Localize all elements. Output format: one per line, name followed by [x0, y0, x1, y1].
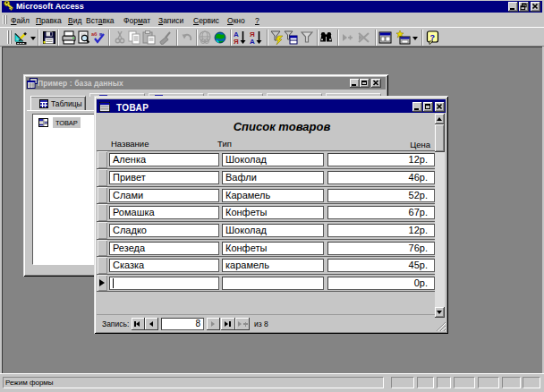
svg-text:Я: Я	[234, 38, 239, 45]
svg-text:А: А	[250, 38, 255, 45]
svg-text:аб: аб	[91, 31, 98, 37]
svg-text:?: ?	[430, 33, 436, 42]
